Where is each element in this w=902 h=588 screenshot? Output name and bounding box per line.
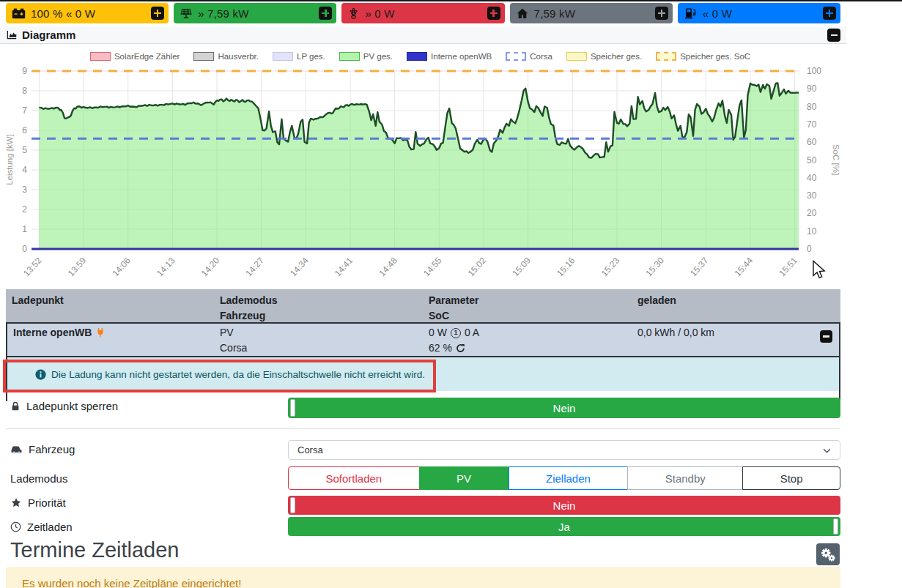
openwb-page: 100 % « 0 W » 7,59 kW » 0 W 7,59 kW (0, 0, 902, 588)
refresh-soc-icon[interactable] (456, 343, 465, 353)
schedule-settings-button[interactable] (816, 543, 840, 565)
window-top-border (0, 0, 902, 1)
col-ladepunkt: Ladepunkt (6, 293, 214, 324)
priority-toggle[interactable]: Nein (288, 496, 840, 515)
statbox-grid-expand-button[interactable] (487, 7, 500, 20)
svg-text:4: 4 (22, 165, 27, 175)
lock-chargepoint-label: Ladepunkt sperren (10, 400, 118, 412)
svg-text:80: 80 (807, 102, 817, 112)
chargepoint-charged: 0,0 kWh / 0,0 km (637, 325, 839, 340)
svg-text:13:52: 13:52 (21, 255, 44, 278)
phases-icon: 1 (451, 328, 461, 338)
chargemode-option-stop[interactable]: Stop (742, 466, 840, 490)
svg-text:14:48: 14:48 (377, 255, 399, 278)
svg-text:14:55: 14:55 (421, 255, 444, 278)
lock-toggle-off-segment[interactable] (290, 399, 295, 417)
svg-text:5: 5 (22, 145, 27, 155)
timecharge-toggle-off-segment[interactable] (833, 518, 838, 535)
statbox-grid[interactable]: » 0 W (341, 3, 504, 23)
power-soc-chart[interactable]: 0123456789010203040506070809010013:5213:… (0, 44, 846, 289)
svg-text:30: 30 (807, 190, 817, 201)
chargepoint-row[interactable]: Interne openWB PV Corsa 0 W 1 0 A 62 % (7, 324, 839, 357)
schedule-heading: Termine Zeitladen (10, 538, 180, 562)
chargepoint-table-header: Ladepunkt LademodusFahrzeug ParameterSoC… (6, 289, 840, 322)
diagram-collapse-button[interactable] (827, 29, 840, 42)
divider (6, 428, 840, 429)
svg-text:9: 9 (22, 66, 27, 76)
chevron-down-icon (823, 444, 831, 455)
statbox-chargepoint-expand-button[interactable] (823, 7, 836, 20)
lock-toggle[interactable]: Nein (288, 398, 840, 418)
gears-icon (820, 547, 836, 562)
svg-text:50: 50 (807, 155, 817, 165)
statbox-pv-value: » 7,59 kW (198, 7, 248, 20)
svg-text:1: 1 (22, 224, 27, 234)
status-boxes: 100 % « 0 W » 7,59 kW » 0 W 7,59 kW (6, 3, 840, 23)
statbox-house-expand-button[interactable] (655, 7, 668, 20)
chargepoint-charged-cell: 0,0 kWh / 0,0 km (632, 325, 839, 356)
col-lademodus-fahrzeug: LademodusFahrzeug (214, 293, 423, 324)
chargepoint-collapse-button[interactable] (820, 330, 832, 343)
chargemode-option-pv[interactable]: PV (419, 466, 509, 490)
chargepoint-mode: PV (220, 325, 423, 340)
svg-text:Leistung [kW]: Leistung [kW] (5, 134, 14, 185)
statbox-battery-expand-button[interactable] (151, 7, 164, 20)
svg-text:10: 10 (807, 226, 817, 237)
statbox-pv-expand-button[interactable] (319, 7, 332, 20)
chargepoint-soc: 62 % (429, 340, 452, 356)
svg-text:6: 6 (22, 125, 27, 135)
svg-text:15:37: 15:37 (688, 255, 711, 278)
priority-toggle-on-segment[interactable] (290, 497, 295, 513)
statbox-chargepoint-value: « 0 W (703, 7, 732, 20)
chargepoint-vehicle: Corsa (220, 340, 423, 356)
svg-text:14:20: 14:20 (199, 255, 222, 278)
svg-text:14:13: 14:13 (155, 255, 177, 278)
svg-text:8: 8 (22, 86, 27, 96)
chargemode-option-standby[interactable]: Standby (627, 466, 743, 490)
svg-text:7: 7 (22, 105, 27, 116)
chargepoint-name-cell: Interne openWB (7, 325, 214, 356)
diagram-header: Diagramm (0, 26, 846, 44)
star-icon (10, 497, 22, 508)
svg-text:0: 0 (807, 244, 812, 254)
col-parameter-soc: ParameterSoC (423, 293, 632, 324)
svg-text:90: 90 (807, 83, 817, 94)
chargemode-option-zielladen[interactable]: Zielladen (509, 466, 629, 490)
transmission-tower-icon (347, 7, 360, 20)
timecharge-toggle[interactable]: Ja (288, 517, 840, 536)
vehicle-select[interactable]: Corsa (288, 440, 840, 460)
mouse-cursor (812, 260, 827, 280)
chargepoint-mode-vehicle-cell: PV Corsa (214, 325, 423, 356)
solar-panel-icon (180, 7, 193, 20)
svg-text:15:09: 15:09 (510, 255, 533, 278)
statbox-chargepoint[interactable]: « 0 W (678, 3, 840, 23)
clock-icon (10, 521, 21, 532)
vehicle-select-value: Corsa (297, 444, 323, 455)
lock-toggle-value: Nein (553, 402, 576, 414)
svg-text:14:06: 14:06 (110, 255, 133, 278)
svg-text:60: 60 (807, 137, 817, 147)
svg-text:13:59: 13:59 (66, 255, 89, 278)
svg-text:15:02: 15:02 (466, 255, 489, 278)
red-annotation-box (3, 360, 436, 392)
chargepoint-current: 0 A (465, 325, 479, 340)
chargepoint-power: 0 W (429, 325, 447, 340)
priority-label: Priorität (10, 496, 66, 509)
plug-icon (96, 327, 105, 338)
no-schedules-text: Es wurden noch keine Zeitpläne eingerich… (22, 577, 241, 588)
svg-text:15:30: 15:30 (643, 255, 666, 278)
lock-icon (10, 401, 21, 412)
car-icon (10, 444, 23, 455)
svg-text:14:41: 14:41 (333, 255, 355, 278)
statbox-house-value: 7,59 kW (534, 7, 575, 20)
statbox-house[interactable]: 7,59 kW (510, 3, 673, 23)
svg-text:20: 20 (807, 208, 817, 218)
statbox-pv[interactable]: » 7,59 kW (174, 3, 336, 23)
svg-text:14:34: 14:34 (288, 255, 311, 278)
svg-text:2: 2 (22, 204, 27, 215)
statbox-battery[interactable]: 100 % « 0 W (6, 3, 169, 23)
timecharge-toggle-value: Ja (558, 521, 570, 533)
chargemode-option-sofortladen[interactable]: Sofortladen (288, 466, 420, 490)
statbox-grid-value: » 0 W (365, 7, 394, 20)
svg-text:15:44: 15:44 (733, 255, 755, 278)
